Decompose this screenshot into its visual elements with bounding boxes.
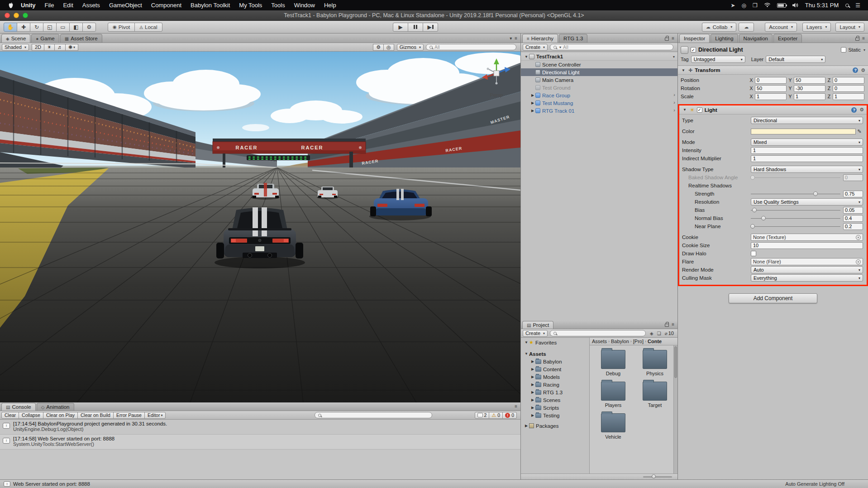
error-pause-button[interactable]: Error Pause xyxy=(113,412,145,419)
scene-search-input[interactable]: All xyxy=(426,44,516,50)
panel-menu-icon[interactable]: ≡ xyxy=(862,36,865,41)
tab-scene[interactable]: ◈Scene xyxy=(1,34,30,43)
menu-babylon-toolkit[interactable]: Babylon Toolkit xyxy=(186,2,234,9)
help-icon[interactable]: ? xyxy=(853,67,858,73)
rotation-z-field[interactable]: 0 xyxy=(833,85,864,92)
draw-halo-checkbox[interactable] xyxy=(751,251,756,256)
foldout-icon[interactable]: ▶ xyxy=(530,101,535,105)
shadow-type-dropdown[interactable]: Hard Shadows▾ xyxy=(751,166,863,173)
strength-field[interactable]: 0.75 xyxy=(843,191,863,197)
step-button[interactable]: ▶ xyxy=(423,23,438,32)
tab-console[interactable]: ▤Console xyxy=(1,403,36,411)
notification-center-icon[interactable]: ☰ xyxy=(855,2,860,9)
status-message[interactable]: Web Server started on port: 8888 xyxy=(13,481,90,487)
foldout-icon[interactable]: ▼ xyxy=(524,352,529,356)
hierarchy-item-test-mustang[interactable]: ▶ Test Mustang › xyxy=(521,99,677,107)
hierarchy-item-rtg-track-01[interactable]: ▶ RTG Track 01 › xyxy=(521,107,677,115)
clear-button[interactable]: Clear xyxy=(1,412,19,419)
scale-x-field[interactable]: 1 xyxy=(755,93,787,100)
foldout-icon[interactable]: ▶ xyxy=(530,406,535,410)
flare-object-field[interactable]: None (Flare) xyxy=(751,258,863,265)
tree-favorites[interactable]: ▼ ★ Favorites xyxy=(521,339,589,346)
eyedropper-icon[interactable]: ✎ xyxy=(856,129,863,134)
rotation-y-field[interactable]: -30 xyxy=(794,85,825,92)
menu-file[interactable]: File xyxy=(40,2,59,9)
bias-slider[interactable] xyxy=(751,206,840,214)
tab-inspector[interactable]: Inspector xyxy=(679,34,710,43)
tree-folder-rtg[interactable]: ▶RTG 1.3 xyxy=(521,388,589,396)
search-by-type-icon[interactable]: ◈ xyxy=(650,331,653,336)
position-x-field[interactable]: 0 xyxy=(755,77,787,84)
rotate-tool-button[interactable]: ↻ xyxy=(30,23,43,32)
asset-folder-debug[interactable]: Debug xyxy=(594,350,632,376)
asset-folder-physics[interactable]: Physics xyxy=(636,350,674,376)
move-tool-button[interactable]: ✚ xyxy=(17,23,30,32)
tree-assets[interactable]: ▼ Assets xyxy=(521,350,589,358)
hierarchy-item-scene-controller[interactable]: Scene Controller xyxy=(521,61,677,68)
grid-scrollbar[interactable] xyxy=(673,345,677,474)
position-z-field[interactable]: 0 xyxy=(833,77,864,84)
panel-menu-icon[interactable]: ≡ xyxy=(672,36,674,41)
panel-chevron-icon[interactable]: ▾ xyxy=(510,36,512,41)
bias-field[interactable]: 0.05 xyxy=(843,207,863,214)
breadcrumb-babylon[interactable]: Babylon xyxy=(611,339,629,344)
light-mode-dropdown[interactable]: Mixed▾ xyxy=(751,139,863,146)
lighting-toggle[interactable]: ☀ xyxy=(44,44,55,51)
shading-mode-dropdown[interactable]: Shaded▾ xyxy=(2,44,29,51)
rotation-x-field[interactable]: 50 xyxy=(755,85,787,92)
resolution-dropdown[interactable]: Use Quality Settings▾ xyxy=(751,198,863,206)
pause-button[interactable] xyxy=(408,23,423,32)
search-by-label-icon[interactable]: ❏ xyxy=(657,331,661,336)
breadcrumb-pro[interactable]: [Pro] xyxy=(633,339,644,344)
menu-extra-icon[interactable]: ◎ xyxy=(742,2,746,9)
close-button[interactable] xyxy=(5,13,10,18)
spotlight-icon[interactable] xyxy=(845,4,849,7)
transform-tool-button[interactable]: ◧ xyxy=(69,23,83,32)
normal-bias-slider[interactable] xyxy=(751,215,840,222)
scene-viewport[interactable]: RACER RACER MASTER RACER RACER xyxy=(0,52,521,402)
scale-z-field[interactable]: 1 xyxy=(833,93,864,100)
transform-header[interactable]: ▼ ✚ Transform ? ⚙ xyxy=(678,66,868,75)
position-y-field[interactable]: 50 xyxy=(794,77,825,84)
tree-packages[interactable]: ▶ Packages xyxy=(521,422,589,430)
tree-folder-racing[interactable]: ▶Racing xyxy=(521,381,589,388)
gear-icon[interactable]: ⚙ xyxy=(859,107,864,113)
menu-my-tools[interactable]: My Tools xyxy=(234,2,267,9)
asset-folder-players[interactable]: Players xyxy=(594,382,632,408)
light-type-dropdown[interactable]: Directional▾ xyxy=(751,117,863,124)
cloud-services-button[interactable]: ☁ xyxy=(739,23,754,32)
play-button[interactable]: ▶ xyxy=(393,23,408,32)
gear-icon[interactable]: ⚙ xyxy=(861,67,865,73)
project-search-input[interactable] xyxy=(550,330,646,336)
breadcrumb-content[interactable]: Conte xyxy=(648,339,662,344)
panel-menu-icon[interactable]: ≡ xyxy=(672,322,674,327)
project-create-dropdown[interactable]: Create▾ xyxy=(523,330,548,337)
menu-help[interactable]: Help xyxy=(320,2,341,9)
effects-dropdown[interactable]: ❋▾ xyxy=(65,44,78,51)
collapse-button[interactable]: Collapse xyxy=(19,412,43,419)
local-toggle-button[interactable]: ◬Local xyxy=(134,23,162,32)
tag-dropdown[interactable]: Untagged▾ xyxy=(691,56,745,63)
auto-generate-lighting-toggle[interactable]: Auto Generate Lighting Off xyxy=(785,481,844,487)
foldout-icon[interactable]: ▶ xyxy=(530,390,535,394)
asset-folder-vehicle[interactable]: Vehicle xyxy=(594,413,632,440)
layers-dropdown[interactable]: Layers▾ xyxy=(802,23,831,32)
tree-folder-testing[interactable]: ▶Testing xyxy=(521,411,589,419)
tab-lighting[interactable]: Lighting xyxy=(711,34,738,43)
layout-dropdown[interactable]: Layout▾ xyxy=(835,23,864,32)
near-plane-field[interactable]: 0.2 xyxy=(843,223,863,230)
tree-folder-babylon[interactable]: ▶Babylon xyxy=(521,358,589,365)
breadcrumb-assets[interactable]: Assets xyxy=(592,339,607,344)
foldout-icon[interactable]: ▶ xyxy=(530,109,535,113)
panel-menu-icon[interactable]: ≡ xyxy=(515,36,517,41)
audio-toggle[interactable]: ♬ xyxy=(54,44,66,51)
prefab-open-arrow[interactable]: › xyxy=(673,100,675,105)
normal-bias-field[interactable]: 0.4 xyxy=(843,215,863,222)
hierarchy-item-test-ground[interactable]: Test Ground xyxy=(521,84,677,91)
menu-edit[interactable]: Edit xyxy=(58,2,77,9)
hand-tool-button[interactable]: ✋ xyxy=(4,23,17,32)
persp-label[interactable]: Persp xyxy=(490,92,503,98)
foldout-icon[interactable]: ▶ xyxy=(524,424,529,428)
menu-tools[interactable]: Tools xyxy=(267,2,289,9)
object-picker-icon[interactable] xyxy=(856,259,861,264)
